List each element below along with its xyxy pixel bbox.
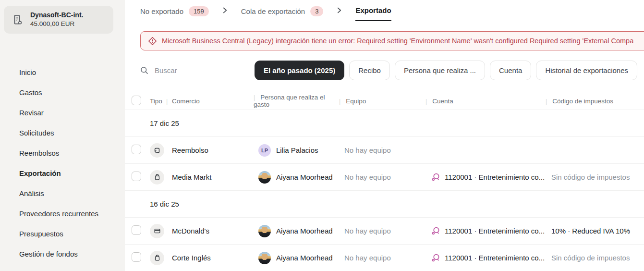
reimbursement-icon xyxy=(150,143,164,158)
company-balance: 45.000,00 EUR xyxy=(30,20,83,28)
search-icon xyxy=(140,66,148,74)
table-row[interactable]: Media Markt Aiyana Moorhead No hay equip… xyxy=(125,164,644,191)
avatar xyxy=(258,225,271,237)
table-row[interactable]: McDonald's Aiyana Moorhead No hay equipo… xyxy=(125,218,644,245)
tax-code-cell: Sin código de impuestos xyxy=(546,173,644,181)
merchant-name: Corte Inglés xyxy=(172,254,254,262)
tab-count-badge: 3 xyxy=(310,6,323,16)
sidebar-item-proveedores[interactable]: Proveedores recurrentes xyxy=(0,203,125,223)
person-filter-chip[interactable]: Persona que realiza ... xyxy=(395,61,485,80)
date-group-label: 17 dic 25 xyxy=(150,119,644,127)
avatar: LP xyxy=(258,144,271,157)
account-cell: 1120001 · Entretenimiento co... xyxy=(425,253,546,262)
person-name: Aiyana Moorhead xyxy=(276,173,333,181)
tab-cola-exportacion[interactable]: Cola de exportación 3 xyxy=(241,6,324,23)
date-group-row: 16 dic 25 xyxy=(125,191,644,218)
column-divider: | xyxy=(339,98,340,105)
sidebar-item-solicitudes[interactable]: Solicitudes xyxy=(0,123,125,143)
column-divider: | xyxy=(425,98,427,105)
merchant-name: McDonald's xyxy=(172,227,254,235)
table-row[interactable]: Reembolso LP Lilia Palacios No hay equip… xyxy=(125,137,644,164)
search-field[interactable] xyxy=(140,61,255,80)
chevron-right-icon xyxy=(337,6,341,13)
export-history-button[interactable]: Historial de exportaciones xyxy=(536,61,637,80)
row-checkbox[interactable] xyxy=(132,172,141,181)
sidebar-item-gestion-fondos[interactable]: Gestión de fondos xyxy=(0,244,125,264)
error-message: Microsoft Business Central (Legacy) inte… xyxy=(162,37,633,45)
tax-code-cell: Sin código de impuestos xyxy=(546,254,644,262)
expenses-table: Tipo |Comercio |Persona que realiza el g… xyxy=(125,92,644,271)
sidebar-nav: Inicio Gastos Revisar Solicitudes Reembo… xyxy=(0,62,125,264)
date-group-label: 16 dic 25 xyxy=(150,200,644,208)
filter-chips: El año pasado (2025) Recibo Persona que … xyxy=(255,61,637,80)
card-icon xyxy=(150,224,164,238)
shopping-bag-icon xyxy=(150,170,164,185)
team-cell: No hay equipo xyxy=(339,227,425,235)
person-name: Lilia Palacios xyxy=(276,146,318,154)
tab-exportado[interactable]: Exportado xyxy=(355,6,391,21)
team-cell: No hay equipo xyxy=(339,173,425,181)
date-filter-chip[interactable]: El año pasado (2025) xyxy=(255,61,344,80)
error-diamond-icon xyxy=(148,37,157,46)
filter-toolbar: El año pasado (2025) Recibo Persona que … xyxy=(140,61,637,80)
person-name: Aiyana Moorhead xyxy=(276,227,333,235)
company-building-icon xyxy=(12,13,24,26)
account-cell: 1120001 · Entretenimiento co... xyxy=(425,226,546,235)
merchant-name: Media Markt xyxy=(172,173,254,181)
row-checkbox[interactable] xyxy=(132,225,141,235)
account-value: 1120001 · Entretenimiento co... xyxy=(445,227,545,235)
export-stage-tabs: No exportado 159 Cola de exportación 3 E… xyxy=(125,0,644,23)
team-cell: No hay equipo xyxy=(339,254,425,262)
avatar xyxy=(258,252,271,264)
account-icon xyxy=(431,226,440,235)
account-icon xyxy=(431,253,440,262)
company-switcher[interactable]: Dynasoft-BC-int. 45.000,00 EUR xyxy=(4,6,113,34)
sidebar-item-revisar[interactable]: Revisar xyxy=(0,102,125,123)
account-filter-chip[interactable]: Cuenta xyxy=(490,61,531,80)
row-checkbox[interactable] xyxy=(132,252,141,262)
select-all-checkbox[interactable] xyxy=(132,96,141,105)
main-content: No exportado 159 Cola de exportación 3 E… xyxy=(125,0,644,271)
search-input[interactable] xyxy=(155,66,255,74)
column-divider: | xyxy=(254,94,255,101)
sidebar-item-gastos[interactable]: Gastos xyxy=(0,82,125,102)
sidebar-item-inicio[interactable]: Inicio xyxy=(0,62,125,82)
tab-label: Cola de exportación xyxy=(241,7,305,15)
date-group-row: 17 dic 25 xyxy=(125,110,644,137)
chevron-right-icon xyxy=(223,6,227,13)
tax-code-cell: 10% · Reduced IVA 10% xyxy=(546,227,644,235)
avatar xyxy=(258,171,271,184)
header-persona: |Persona que realiza el gasto xyxy=(254,94,339,108)
column-divider: | xyxy=(546,98,547,105)
integration-error-banner: Microsoft Business Central (Legacy) inte… xyxy=(140,31,644,50)
tab-label: No exportado xyxy=(140,7,183,15)
sidebar: Dynasoft-BC-int. 45.000,00 EUR Inicio Ga… xyxy=(0,0,125,271)
account-value: 1120001 · Entretenimiento co... xyxy=(445,254,545,262)
sidebar-item-reembolsos[interactable]: Reembolsos xyxy=(0,143,125,163)
header-tipo: Tipo xyxy=(150,98,172,105)
sidebar-item-exportacion[interactable]: Exportación xyxy=(0,163,125,183)
merchant-name: Reembolso xyxy=(172,146,254,154)
header-codigo-impuestos: |Código de impuestos xyxy=(546,98,644,105)
row-checkbox[interactable] xyxy=(132,145,141,154)
table-header-row: Tipo |Comercio |Persona que realiza el g… xyxy=(125,92,644,110)
tab-no-exportado[interactable]: No exportado 159 xyxy=(140,6,209,23)
tab-count-badge: 159 xyxy=(189,6,209,16)
column-divider: | xyxy=(166,98,168,105)
account-cell: 1120001 · Entretenimiento co... xyxy=(425,172,546,182)
header-comercio: |Comercio xyxy=(172,98,254,105)
person-name: Aiyana Moorhead xyxy=(276,254,333,262)
sidebar-item-analisis[interactable]: Análisis xyxy=(0,183,125,203)
shopping-bag-icon xyxy=(150,251,164,265)
company-name: Dynasoft-BC-int. xyxy=(30,11,83,20)
header-cuenta: |Cuenta xyxy=(425,98,546,105)
tab-label: Exportado xyxy=(355,6,391,14)
table-row[interactable]: Corte Inglés Aiyana Moorhead No hay equi… xyxy=(125,245,644,271)
account-value: 1120001 · Entretenimiento co... xyxy=(445,173,545,181)
sidebar-item-presupuestos[interactable]: Presupuestos xyxy=(0,223,125,244)
header-equipo: |Equipo xyxy=(339,98,425,105)
team-cell: No hay equipo xyxy=(339,146,425,154)
receipt-filter-chip[interactable]: Recibo xyxy=(349,61,390,80)
account-icon xyxy=(431,172,440,182)
